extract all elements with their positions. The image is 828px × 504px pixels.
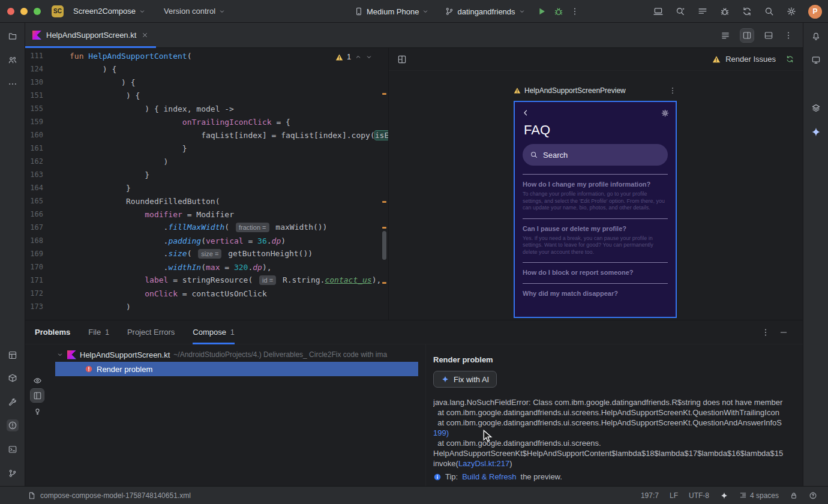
tab-helpandsupportscreen[interactable]: HelpAndSupportScreen.kt [25,23,156,48]
code-editor[interactable]: 111fun HelpAndSupportContent(124 ) {130 … [25,48,388,320]
line-number[interactable]: 166 [25,210,43,218]
code-line[interactable]: 159 onTrailingIconClick = { [25,115,388,128]
gradle-sync-icon[interactable] [742,6,752,17]
tab-project-errors[interactable]: Project Errors [127,320,175,344]
code-line[interactable]: 163 } [25,168,388,181]
code-line[interactable]: 164 } [25,181,388,194]
more-run-options-icon[interactable] [570,7,580,16]
code-line[interactable]: 166 modifier = Modifier [25,208,388,221]
code-line[interactable]: 151 ) { [25,89,388,102]
line-number[interactable]: 163 [25,170,43,179]
tab-compose[interactable]: Compose1 [193,320,234,344]
code-line[interactable]: 172 onClick = contactUsOnClick [25,287,388,300]
render-problem-node[interactable]: Render problem [55,362,418,376]
code-line[interactable]: 160 faqList[index] = faqList[index].copy… [25,128,388,142]
line-number[interactable]: 167 [25,223,43,232]
logcat-icon[interactable] [697,6,708,17]
run-button[interactable] [536,6,547,17]
app-insights-bug-icon[interactable] [719,6,730,17]
editor-options-kebab-icon[interactable] [784,31,793,40]
line-number[interactable]: 161 [25,144,43,152]
settings-gear-icon[interactable] [786,6,797,17]
back-chevron-icon[interactable] [521,108,530,118]
render-issues-label[interactable]: Render Issues [725,55,776,64]
line-number[interactable]: 173 [25,302,43,311]
code-line[interactable]: 155 ) { index, model -> [25,102,388,115]
line-number[interactable]: 168 [25,236,43,245]
search-input[interactable]: Search [523,144,668,166]
version-control-icon[interactable] [7,467,19,479]
line-number[interactable]: 170 [25,263,43,271]
minimize-window-button[interactable] [20,8,28,15]
layout-inspector-icon[interactable] [7,349,19,361]
search-everywhere-icon[interactable] [764,6,775,17]
prev-warning-icon[interactable] [355,53,362,61]
code-line[interactable]: 171 label = stringResource( id = R.strin… [25,274,388,287]
line-number[interactable]: 111 [25,52,43,60]
build-variants-icon[interactable] [7,372,19,384]
preview-layout-icon[interactable] [397,55,407,64]
code-line[interactable]: 161 } [25,142,388,155]
close-tab-icon[interactable] [141,31,149,39]
build-hammer-icon[interactable] [7,396,19,408]
line-number[interactable]: 159 [25,118,43,126]
faq-question[interactable]: Why did my match disappear? [523,289,668,298]
code-line[interactable]: 124 ) { [25,62,388,76]
ai-search-icon[interactable] [675,6,686,17]
stack-link[interactable]: LazyDsl.kt:217 [458,459,509,468]
device-manager-icon[interactable] [653,6,664,17]
hide-panel-icon[interactable] [779,328,788,337]
warning-stripe-mark[interactable] [382,227,386,229]
line-number[interactable]: 164 [25,184,43,192]
inspection-widget[interactable]: 1 [333,52,375,62]
code-line[interactable]: 168 .padding(vertical = 36.dp) [25,234,388,247]
vcs-widget[interactable]: Version control [159,4,230,18]
problems-file-node[interactable]: HelpAndSupportScreen.kt ~/AndroidStudioP… [48,347,425,362]
run-configuration-selector[interactable]: datingandfriends [440,4,530,19]
line-number[interactable]: 165 [25,197,43,205]
lock-icon[interactable] [790,491,798,500]
indent-widget[interactable]: 4 spaces [739,491,779,500]
line-number[interactable]: 130 [25,78,43,86]
file-encoding[interactable]: UTF-8 [689,491,709,500]
terminal-icon[interactable] [7,443,19,455]
refresh-preview-icon[interactable] [785,55,794,64]
autoscroll-eye-icon[interactable] [31,374,44,387]
line-number[interactable]: 151 [25,91,43,100]
tab-file[interactable]: File1 [88,320,109,344]
warning-stripe-mark[interactable] [382,201,386,203]
build-refresh-link[interactable]: Build & Refresh [462,472,516,481]
line-number[interactable]: 169 [25,250,43,258]
line-separator[interactable]: LF [670,491,678,500]
stack-link[interactable]: 199) [433,428,449,437]
problems-tool-icon[interactable] [7,419,19,431]
help-circle-icon[interactable] [809,491,817,500]
device-explorer-icon[interactable] [810,102,822,114]
preview-pane-toggle-icon[interactable] [31,389,44,402]
project-folder-icon[interactable] [7,30,19,42]
editor-scrollbar[interactable] [380,48,388,320]
settings-gear-icon[interactable] [661,109,670,118]
line-number[interactable]: 171 [25,276,43,284]
running-devices-icon[interactable] [810,54,822,66]
project-selector[interactable]: Screen2Compose [68,4,151,18]
status-file-widget[interactable]: compose-compose-model-1758748140651.xml [0,491,191,500]
ai-status-sparkle-icon[interactable] [720,491,728,500]
preview-options-kebab-icon[interactable] [668,86,677,95]
line-number[interactable]: 162 [25,157,43,166]
split-editor-icon[interactable] [740,29,754,42]
code-line[interactable]: 162 ) [25,155,388,168]
warning-stripe-mark[interactable] [382,282,386,284]
quickfix-bulb-icon[interactable] [31,404,44,418]
line-number[interactable]: 155 [25,104,43,113]
users-icon[interactable] [7,54,19,66]
device-selector[interactable]: Medium Phone [349,4,434,19]
structure-list-icon[interactable] [719,29,732,42]
notifications-bell-icon[interactable] [810,30,822,42]
panel-options-kebab-icon[interactable] [761,328,770,337]
next-warning-icon[interactable] [365,53,373,61]
scrollbar-thumb[interactable] [382,231,386,260]
zoom-window-button[interactable] [34,8,41,15]
line-number[interactable]: 124 [25,65,43,73]
profile-avatar[interactable]: P [808,5,822,19]
